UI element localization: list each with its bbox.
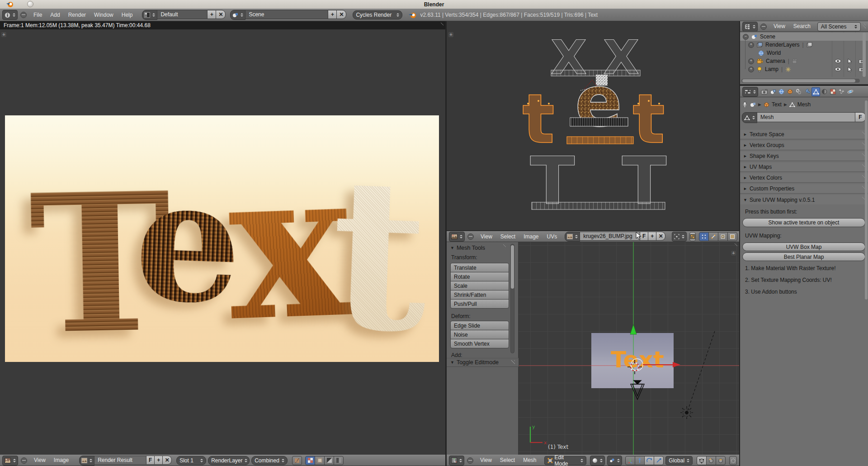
hide-toggle-eye-icon[interactable] xyxy=(835,67,841,71)
tab-scene[interactable] xyxy=(769,87,777,96)
push-pull-button[interactable]: Push/Pull xyxy=(450,299,509,309)
lamp-object[interactable] xyxy=(680,406,693,419)
tab-world[interactable] xyxy=(777,87,786,96)
display-channel-alpha-button[interactable] xyxy=(324,456,334,465)
window-menu-icon[interactable] xyxy=(27,1,33,7)
panel-resize-grip[interactable] xyxy=(859,164,865,170)
display-channel-rgba-button[interactable] xyxy=(305,456,315,465)
region-resize-grip[interactable] xyxy=(438,23,443,29)
scene-delete-button[interactable]: ✕ xyxy=(336,10,346,19)
mesh-fake-user-button[interactable]: F xyxy=(855,112,866,122)
collapse-menus-icon[interactable] xyxy=(21,457,27,464)
panel-vertex-gro ups[interactable]: ► Vertex Groups xyxy=(740,141,868,150)
rotate-button[interactable]: Rotate xyxy=(450,272,509,281)
panel-sure-uvw-mapping[interactable]: ▼ Sure UVW Mapping v.0.5.1 xyxy=(740,195,868,204)
render-engine-dropdown[interactable]: Cycles Render xyxy=(353,10,402,19)
editor-type-uv-button[interactable] xyxy=(449,232,465,242)
menu-select[interactable]: Select xyxy=(496,455,519,466)
menu-render[interactable]: Render xyxy=(64,10,90,20)
tab-modifiers[interactable] xyxy=(803,87,811,96)
tab-texture[interactable] xyxy=(829,87,837,96)
menu-image[interactable]: Image xyxy=(50,455,73,466)
tool-shelf-scrollbar[interactable] xyxy=(510,244,514,353)
uv-image-new-button[interactable]: + xyxy=(648,232,656,241)
image-unlink-button[interactable]: ✕ xyxy=(162,456,172,465)
pin-icon[interactable] xyxy=(742,101,748,108)
show-active-texture-button[interactable]: Show active texture on object xyxy=(742,218,865,227)
expand-item-icon[interactable]: + xyxy=(748,58,754,64)
outliner-hscrollbar[interactable] xyxy=(741,79,860,83)
outliner-item-label[interactable]: RenderLayers xyxy=(765,42,799,48)
smooth-vertex-button[interactable]: Smooth Vertex xyxy=(450,339,509,348)
image-new-button[interactable]: + xyxy=(154,456,163,465)
uv-sync-selection-button[interactable] xyxy=(689,232,696,241)
uv-region-expand-panel-button[interactable]: + xyxy=(448,32,454,38)
outliner-item-label[interactable]: Camera xyxy=(766,58,785,64)
panel-vertex-colors[interactable]: ► Vertex Colors xyxy=(740,173,868,183)
image-browse-button[interactable] xyxy=(79,456,94,466)
mesh-tools-panel-header[interactable]: ▼ Mesh Tools xyxy=(450,245,509,251)
region-resize-grip[interactable] xyxy=(861,24,866,29)
uv-island-e[interactable]: e xyxy=(575,61,622,143)
manipulator-rotate-button[interactable] xyxy=(644,456,654,465)
shrink-fatten-button[interactable]: Shrink/Fatten xyxy=(450,290,509,300)
menu-search[interactable]: Search xyxy=(789,21,815,32)
scrollbar-thumb[interactable] xyxy=(742,79,855,82)
mesh-breadcrumb-icon[interactable] xyxy=(789,102,795,107)
menu-file[interactable]: File xyxy=(29,10,46,20)
tab-render[interactable] xyxy=(760,87,769,96)
object-breadcrumb-icon[interactable] xyxy=(764,102,769,108)
tab-object-data[interactable] xyxy=(811,87,820,96)
edge-slide-button[interactable]: Edge Slide xyxy=(450,321,509,330)
outliner-item-label[interactable]: Scene xyxy=(760,33,775,40)
panel-custom-properties[interactable]: ► Custom Properties xyxy=(740,184,868,194)
text-object-mesh[interactable]: Text xyxy=(611,347,664,373)
uv-select-face-button[interactable] xyxy=(718,232,728,241)
transform-orientation-dropdown[interactable]: Global xyxy=(665,456,693,465)
panel-resize-grip[interactable] xyxy=(859,197,865,203)
menu-view[interactable]: View xyxy=(769,21,789,32)
manipulator-toggle-button[interactable] xyxy=(625,456,635,465)
expand-item-icon[interactable]: + xyxy=(748,42,754,48)
outliner-row-renderlayers[interactable]: + RenderLayers | xyxy=(740,41,868,49)
viewport-expand-panel-button[interactable]: + xyxy=(731,250,736,256)
scrollbar-thumb[interactable] xyxy=(511,245,514,289)
outliner-vscrollbar[interactable] xyxy=(863,33,866,77)
uvw-box-map-button[interactable]: UVW Box Map xyxy=(742,243,865,251)
select-mode-edge-button[interactable] xyxy=(706,456,716,465)
noise-button[interactable]: Noise xyxy=(450,330,509,339)
panel-resize-grip[interactable] xyxy=(859,143,865,148)
panel-resize-grip[interactable] xyxy=(859,153,865,159)
manipulator-scale-button[interactable] xyxy=(654,456,664,465)
properties-vscrollbar[interactable] xyxy=(865,100,868,300)
editor-type-3dview-button[interactable] xyxy=(449,456,464,466)
render-layer-dropdown[interactable]: RenderLayer xyxy=(208,456,250,465)
menu-view[interactable]: View xyxy=(476,455,496,466)
uv-editor-canvas[interactable]: X X e t t T T xyxy=(447,21,739,231)
manipulator-y-arrow[interactable] xyxy=(630,324,637,334)
render-result-image[interactable]: T e x t xyxy=(5,115,439,362)
uv-strip-e[interactable] xyxy=(570,118,628,126)
tab-constraints[interactable] xyxy=(794,87,803,96)
menu-select[interactable]: Select xyxy=(496,232,519,242)
outliner-row-world[interactable]: World xyxy=(740,49,868,57)
panel-texture-space[interactable]: ► Texture Space xyxy=(740,130,868,139)
menu-window[interactable]: Window xyxy=(90,10,118,20)
breadcrumb-object-name[interactable]: Text xyxy=(772,101,782,108)
menu-add[interactable]: Add xyxy=(46,10,64,20)
menu-uvs[interactable]: UVs xyxy=(543,232,561,242)
toggle-editmode-panel-header[interactable]: ▼ Toggle Editmode xyxy=(447,358,519,367)
limit-selection-visible-button[interactable] xyxy=(729,456,737,465)
display-channel-rgb-button[interactable] xyxy=(315,456,325,465)
expand-item-icon[interactable]: + xyxy=(748,67,754,72)
display-channel-z-button[interactable] xyxy=(334,456,344,465)
mode-dropdown[interactable]: Edit Mode xyxy=(544,456,587,465)
editor-type-info-button[interactable] xyxy=(2,10,18,20)
fake-user-button[interactable]: F xyxy=(146,456,155,465)
layout-delete-button[interactable]: ✕ xyxy=(216,10,226,19)
outliner-row-scene[interactable]: − Scene xyxy=(740,33,868,41)
panel-resize-grip[interactable] xyxy=(859,186,865,192)
menu-view[interactable]: View xyxy=(30,455,50,466)
scale-button[interactable]: Scale xyxy=(450,281,509,290)
mesh-browse-button[interactable] xyxy=(742,112,757,123)
